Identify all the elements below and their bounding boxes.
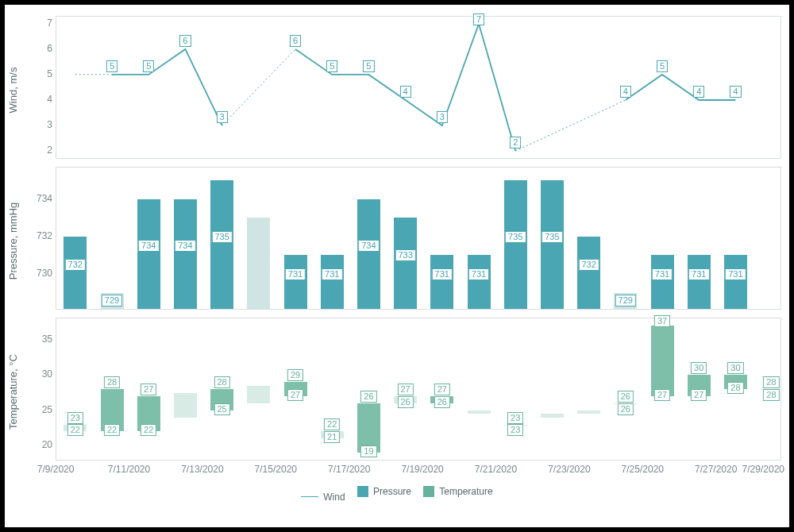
pressure-label: 731	[468, 268, 489, 280]
wind-label-6: 6	[290, 35, 301, 47]
temp-lo: 26	[397, 396, 413, 408]
wind-label-5: 5	[363, 60, 374, 72]
temp-hi: 23	[507, 412, 523, 424]
wind-label-5: 5	[143, 60, 154, 72]
temp-hi: 27	[141, 384, 156, 395]
temp-lo: 22	[67, 424, 83, 436]
pressure-label: 731	[432, 268, 453, 280]
temp-hi: 30	[727, 362, 743, 374]
pressure-bar	[430, 255, 453, 309]
temp-lo: 22	[141, 424, 156, 436]
pressure-bar	[64, 237, 87, 309]
temp-lo: 21	[324, 431, 340, 443]
pressure-label: 731	[322, 268, 342, 280]
wind-label-4: 4	[400, 86, 411, 98]
temp-lo: 19	[360, 445, 376, 457]
wind-label-3: 3	[217, 111, 228, 123]
x-tick: 7/23/2020	[548, 464, 590, 475]
temp-tick-30: 30	[42, 368, 52, 380]
temp-tick-35: 35	[42, 333, 52, 345]
wind-label-4: 4	[620, 86, 631, 98]
pressure-label: 731	[688, 268, 709, 280]
temp-panel: 23 22 28 22 27 22 28 25 29 27 22 21 26 1…	[56, 318, 781, 461]
pressure-bar	[541, 180, 564, 309]
pressure-tick-734: 734	[37, 193, 52, 204]
legend-item-wind[interactable]: Wind	[301, 492, 345, 503]
pressure-label: 735	[211, 231, 232, 243]
wind-panel: 5 5 6 3 6 5 5 4 3 7 2 4 5 4 4	[56, 16, 781, 159]
pressure-bar	[577, 237, 600, 309]
temp-y-ticks: 20 25 30 35	[24, 318, 52, 459]
x-tick: 7/11/2020	[108, 464, 150, 475]
temp-lo: 28	[763, 389, 779, 401]
legend-item-pressure[interactable]: Pressure	[357, 486, 411, 497]
wind-tick-5: 5	[47, 68, 52, 79]
pressure-label: 731	[285, 268, 306, 280]
pressure-label: 732	[65, 259, 86, 271]
chart-frame: Wind, m/s 2 3 4 5 6 7 5 5 6 3 6 5 5	[5, 5, 789, 527]
x-tick: 7/15/2020	[255, 464, 297, 475]
temp-hi: 23	[67, 412, 83, 424]
temp-lo: 25	[214, 403, 229, 415]
pressure-bar	[137, 199, 160, 309]
wind-label-3: 3	[437, 111, 448, 123]
pressure-bar	[284, 255, 307, 309]
temp-axis-title: Temperature, °C	[7, 349, 19, 436]
pressure-bar	[357, 199, 380, 309]
pressure-label: 735	[542, 231, 562, 243]
temp-lo: 27	[287, 389, 303, 401]
temp-hi: 29	[287, 369, 303, 381]
pressure-bar	[174, 199, 197, 309]
pressure-bar	[724, 255, 747, 309]
x-tick: 7/25/2020	[622, 464, 664, 475]
wind-label-5: 5	[326, 60, 337, 72]
temp-bar	[541, 414, 564, 418]
pressure-bar	[651, 255, 674, 309]
wind-tick-7: 7	[47, 17, 52, 29]
temp-lo: 27	[691, 389, 707, 401]
x-tick: 7/21/2020	[475, 464, 517, 475]
pressure-label: 734	[358, 240, 379, 252]
app-window: Wind, m/s 2 3 4 5 6 7 5 5 6 3 6 5 5	[0, 0, 794, 532]
pressure-label: 732	[578, 259, 599, 271]
temp-bar	[247, 386, 270, 403]
temp-lo: 23	[507, 424, 523, 436]
wind-label-4: 4	[730, 86, 741, 98]
x-tick: 7/19/2020	[401, 464, 443, 475]
legend-swatch-icon	[423, 486, 434, 497]
wind-line	[56, 17, 782, 158]
pressure-label: 734	[138, 240, 159, 252]
wind-tick-2: 2	[47, 145, 52, 156]
x-tick: 7/9/2020	[37, 464, 75, 475]
temp-bar	[468, 411, 491, 414]
wind-tick-3: 3	[47, 119, 52, 130]
temp-hi: 27	[434, 384, 450, 395]
pressure-bar	[247, 218, 270, 309]
pressure-label: 731	[652, 268, 673, 280]
wind-label-6: 6	[179, 35, 191, 47]
wind-tick-4: 4	[47, 94, 52, 105]
temp-hi: 28	[104, 376, 120, 388]
temp-tick-25: 25	[42, 404, 52, 415]
temp-hi: 26	[360, 391, 376, 403]
pressure-tick-732: 732	[37, 230, 52, 241]
pressure-bar	[394, 218, 417, 309]
temp-tick-20: 20	[42, 439, 52, 450]
wind-tick-6: 6	[47, 43, 52, 54]
temp-hi: 26	[618, 391, 634, 403]
pressure-bar	[468, 255, 491, 309]
temp-bar	[651, 326, 674, 396]
pressure-bar	[210, 180, 233, 309]
legend-line-icon	[301, 496, 318, 497]
wind-label-2: 2	[510, 137, 521, 148]
temp-hi: 28	[763, 376, 779, 388]
x-tick: 7/27/2020	[695, 464, 737, 475]
temp-lo: 26	[434, 396, 450, 408]
temp-hi: 30	[691, 362, 707, 374]
x-ticks: 7/9/2020 7/11/2020 7/13/2020 7/15/2020 7…	[56, 464, 781, 476]
legend: Wind Pressure Temperature	[5, 486, 789, 503]
pressure-label: 729	[615, 295, 636, 306]
temp-hi: 28	[214, 376, 229, 388]
temp-hi: 27	[397, 384, 413, 395]
legend-item-temp[interactable]: Temperature	[423, 486, 492, 497]
